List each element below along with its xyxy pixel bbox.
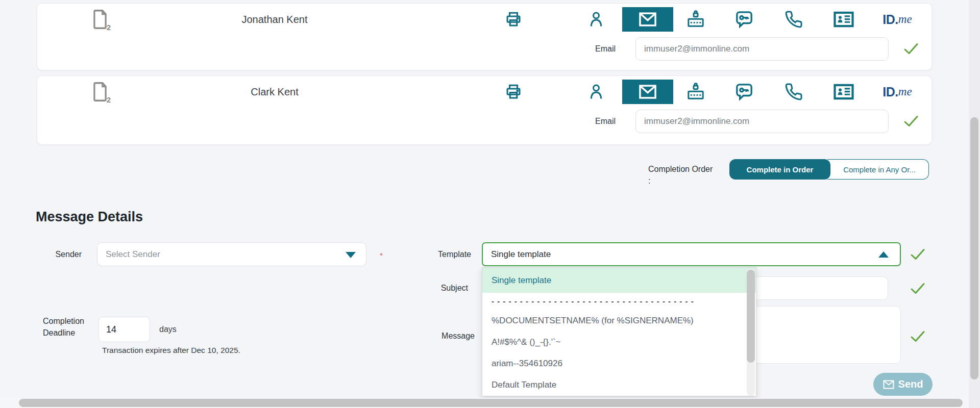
print-delivery-button[interactable] [501, 80, 526, 104]
chevron-down-icon [346, 252, 356, 258]
contact-card-button[interactable] [831, 7, 856, 32]
completion-deadline-input[interactable] [99, 317, 150, 342]
recipient-email-input[interactable] [635, 110, 889, 133]
document-count-icon: 2 [88, 80, 112, 104]
passcode-auth-button[interactable] [683, 7, 708, 32]
template-select[interactable]: Single template [482, 242, 901, 266]
contact-card-button[interactable] [831, 80, 856, 104]
dropdown-option[interactable]: Default Template [482, 374, 756, 396]
dropdown-scrollbar-thumb[interactable] [747, 270, 755, 363]
vertical-scrollbar-thumb[interactable] [970, 117, 978, 379]
phone-auth-button[interactable] [781, 7, 806, 32]
subject-label: Subject [407, 284, 468, 293]
sms-auth-button[interactable] [732, 7, 756, 32]
sender-label: Sender [20, 250, 82, 259]
dropdown-option[interactable]: %DOCUMENTSETNAME% (for %SIGNERNAME%) [482, 310, 756, 332]
send-button-label: Send [898, 378, 923, 390]
sender-placeholder: Select Sender [106, 249, 160, 260]
dropdown-option-highlighted[interactable]: Single template [482, 268, 756, 293]
in-person-button[interactable] [584, 7, 608, 32]
email-delivery-button-selected[interactable] [622, 7, 673, 32]
idme-logo: ID. [883, 85, 898, 99]
document-count-icon: 2 [88, 8, 112, 31]
deadline-unit-label: days [159, 325, 177, 334]
chevron-up-icon [878, 251, 889, 258]
print-delivery-button[interactable] [501, 7, 526, 32]
completion-order-label: Completion Order : [648, 163, 735, 187]
email-delivery-button-selected[interactable] [622, 80, 673, 104]
complete-in-any-order-option[interactable]: Complete in Any Or... [827, 159, 929, 180]
dropdown-option[interactable]: ariam--354610926 [482, 353, 756, 374]
in-person-button[interactable] [584, 80, 608, 104]
idme-auth-button[interactable]: ID.me [869, 80, 925, 104]
vertical-scrollbar-track[interactable] [969, 0, 980, 408]
recipient-name: Jonathan Kent [175, 14, 374, 26]
expiration-helper-text: Transaction expires after Dec 10, 2025. [102, 346, 240, 355]
document-count-badge: 2 [107, 96, 111, 104]
message-label: Message [413, 332, 475, 341]
template-valid-check-icon [910, 248, 925, 261]
recipient-card: 2 Jonathan Kent [37, 3, 932, 70]
dropdown-scrollbar-track[interactable] [747, 269, 755, 396]
completion-deadline-label: Completion Deadline [43, 315, 99, 339]
dropdown-separator: - - - - - - - - - - - - - - - - - - - - … [482, 293, 756, 310]
email-valid-check-icon [903, 115, 919, 128]
message-details-heading: Message Details [36, 209, 143, 225]
subject-valid-check-icon [910, 282, 925, 295]
email-field-label: Email [548, 44, 616, 54]
passcode-auth-button[interactable] [683, 80, 708, 104]
idme-auth-button[interactable]: ID.me [869, 7, 925, 32]
sender-select[interactable]: Select Sender [97, 242, 366, 266]
template-dropdown-panel: Single template - - - - - - - - - - - - … [482, 267, 756, 396]
idme-logo: ID. [883, 12, 898, 27]
template-selected-value: Single template [491, 249, 551, 260]
horizontal-scrollbar-track[interactable] [0, 398, 969, 408]
phone-auth-button[interactable] [781, 80, 806, 104]
document-count-badge: 2 [107, 24, 111, 31]
complete-in-order-option[interactable]: Complete in Order [729, 159, 830, 180]
recipient-email-input[interactable] [635, 37, 889, 61]
send-button[interactable]: Send [873, 373, 933, 396]
message-valid-check-icon [910, 330, 925, 343]
horizontal-scrollbar-thumb[interactable] [19, 399, 963, 407]
recipient-card: 2 Clark Kent [37, 75, 932, 145]
email-field-label: Email [548, 117, 616, 126]
send-envelope-icon [883, 380, 894, 389]
required-asterisk: * [380, 251, 383, 260]
dropdown-option[interactable]: A!#$%^& ()_-{}.'`~ [482, 332, 756, 353]
email-valid-check-icon [903, 42, 919, 56]
recipient-name: Clark Kent [175, 86, 374, 98]
template-label: Template [410, 250, 471, 259]
sms-auth-button[interactable] [732, 80, 756, 104]
completion-order-toggle: Complete in Order Complete in Any Or... [729, 159, 932, 180]
